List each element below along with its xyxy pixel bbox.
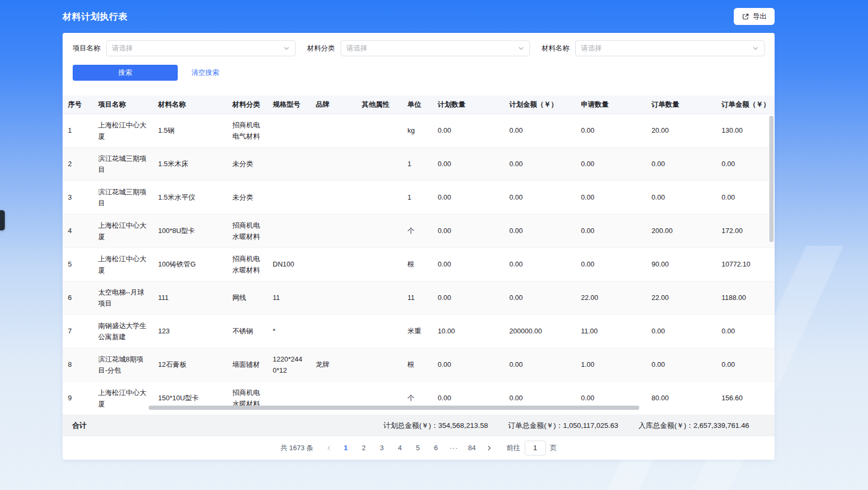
table-cell: 米重 xyxy=(402,314,432,348)
table-cell: 上海松江中心大厦 xyxy=(93,247,153,281)
table-cell xyxy=(310,147,357,180)
table-row: 7南钢盛达大学生公寓新建123不锈钢*米重10.00200000.0011.00… xyxy=(63,314,775,348)
table-cell: 0.00 xyxy=(716,314,775,348)
table-cell: 1188.00 xyxy=(716,281,775,314)
table-cell xyxy=(310,381,357,415)
table-cell: 个 xyxy=(402,381,432,415)
table-cell: 0.00 xyxy=(716,180,775,214)
prev-page-button[interactable] xyxy=(321,441,337,455)
table-cell: 0.00 xyxy=(504,114,576,147)
table-cell xyxy=(357,314,402,348)
horizontal-scrollbar-thumb[interactable] xyxy=(149,406,639,410)
export-icon xyxy=(742,13,749,20)
material-category-label: 材料分类 xyxy=(307,44,335,53)
drawer-handle[interactable] xyxy=(0,210,5,230)
table-cell xyxy=(310,180,357,214)
page-button-5[interactable]: 5 xyxy=(409,441,427,455)
table-cell: 滨江花城三期项目 xyxy=(93,180,153,214)
table-cell: 0.00 xyxy=(576,147,646,180)
table-cell: 12石膏板 xyxy=(153,348,227,381)
table-cell: 6 xyxy=(63,281,93,314)
table-cell: 0.00 xyxy=(432,147,504,180)
table-cell: 10772.10 xyxy=(716,247,775,281)
table-cell: 130.00 xyxy=(716,114,775,147)
table-cell: 0.00 xyxy=(432,214,504,247)
table-cell: 0.00 xyxy=(576,381,646,415)
jump-unit: 页 xyxy=(550,443,557,453)
table-cell: 0.00 xyxy=(716,147,775,180)
page-button-84[interactable]: 84 xyxy=(463,441,481,455)
table-cell: 0.00 xyxy=(432,247,504,281)
export-label: 导出 xyxy=(753,12,767,21)
table-cell xyxy=(310,114,357,147)
table-cell: 未分类 xyxy=(227,147,267,180)
search-button[interactable]: 搜索 xyxy=(73,65,178,81)
table-row: 2滨江花城三期项目1.5米木床未分类10.000.000.000.000.00 xyxy=(63,147,775,180)
table-row: 5上海松江中心大厦100铸铁管G招商机电 水暖材料DN100根0.000.000… xyxy=(63,247,775,281)
table-cell: 156.60 xyxy=(716,381,775,415)
table-cell: kg xyxy=(402,114,432,147)
page-jump-input[interactable] xyxy=(525,441,546,455)
table-cell: 招商机电 电气材料 xyxy=(227,114,267,147)
table-cell: 0.00 xyxy=(646,314,716,348)
table-cell: 0.00 xyxy=(504,247,576,281)
table-cell: 滨江花城三期项目 xyxy=(93,147,153,180)
table-cell: 172.00 xyxy=(716,214,775,247)
table-cell: 200000.00 xyxy=(504,314,576,348)
table-cell xyxy=(267,147,310,180)
table-cell: 0.00 xyxy=(432,114,504,147)
material-name-select[interactable]: 请选择 xyxy=(575,40,765,56)
page-button-4[interactable]: 4 xyxy=(391,441,409,455)
materials-table: 序号项目名称材料名称材料分类规格型号品牌其他属性单位计划数量计划金额（￥）申请数… xyxy=(63,96,775,415)
clear-search-link[interactable]: 清空搜索 xyxy=(192,68,219,78)
summary-total-label: 合计 xyxy=(72,421,86,431)
pager-more-icon[interactable]: ··· xyxy=(445,441,463,455)
page-button-3[interactable]: 3 xyxy=(373,441,391,455)
table-cell: 0.00 xyxy=(504,180,576,214)
project-name-select[interactable]: 请选择 xyxy=(106,40,296,56)
table-cell xyxy=(357,114,402,147)
table-cell: 不锈钢 xyxy=(227,314,267,348)
table-cell: 11.00 xyxy=(576,314,646,348)
table-cell: 0.00 xyxy=(646,348,716,381)
page-container: 材料计划执行表 导出 项目名称 请选择 材料分类 xyxy=(63,0,775,460)
table-cell: 1 xyxy=(402,180,432,214)
table-cell: 10.00 xyxy=(432,314,504,348)
table-row: 6太空电梯--月球项目111网线11110.000.0022.0022.0011… xyxy=(63,281,775,314)
table-row: 9上海松江中心大厦150*10U型卡招商机电 水暖材料个0.000.000.00… xyxy=(63,381,775,415)
vertical-scrollbar-thumb[interactable] xyxy=(769,116,774,242)
filter-actions: 搜索 清空搜索 xyxy=(73,65,765,81)
next-page-button[interactable] xyxy=(481,441,497,455)
table-cell: * xyxy=(267,314,310,348)
table-cell: 20.00 xyxy=(646,114,716,147)
table-cell: DN100 xyxy=(267,247,310,281)
content-card: 项目名称 请选择 材料分类 请选择 材料名称 请选择 xyxy=(63,33,775,460)
table-cell: 100*8U型卡 xyxy=(153,214,227,247)
column-header: 计划金额（￥） xyxy=(504,96,576,114)
table-cell: 5 xyxy=(63,247,93,281)
order-total-amount: 订单总金额(￥)：1,050,117,025.63 xyxy=(508,421,619,431)
table-row: 4上海松江中心大厦100*8U型卡招商机电 水暖材料个0.000.000.002… xyxy=(63,214,775,247)
page-button-6[interactable]: 6 xyxy=(427,441,445,455)
inbound-total-amount: 入库总金额(￥)：2,657,339,761.46 xyxy=(638,421,749,431)
table-cell xyxy=(357,214,402,247)
table-cell xyxy=(357,281,402,314)
page-button-2[interactable]: 2 xyxy=(355,441,373,455)
table-cell: 8 xyxy=(63,348,93,381)
export-button[interactable]: 导出 xyxy=(734,8,775,25)
summary-items: 计划总金额(￥)：354,568,213.58 订单总金额(￥)：1,050,1… xyxy=(383,421,749,431)
table-cell: 1 xyxy=(63,114,93,147)
table-cell: 招商机电 水暖材料 xyxy=(227,247,267,281)
column-header: 单位 xyxy=(402,96,432,114)
filter-item-material: 材料名称 请选择 xyxy=(542,40,765,56)
filter-row: 项目名称 请选择 材料分类 请选择 材料名称 请选择 xyxy=(73,40,765,56)
page-jump: 前往 页 xyxy=(507,441,557,455)
pagination-total-count: 共 1673 条 xyxy=(280,443,313,453)
page-button-1[interactable]: 1 xyxy=(337,441,355,455)
table-header-row: 序号项目名称材料名称材料分类规格型号品牌其他属性单位计划数量计划金额（￥）申请数… xyxy=(63,96,775,114)
table-cell: 0.00 xyxy=(576,114,646,147)
table-cell: 龙牌 xyxy=(310,348,357,381)
material-category-select[interactable]: 请选择 xyxy=(341,40,530,56)
table-cell xyxy=(357,247,402,281)
table-cell: 123 xyxy=(153,314,227,348)
